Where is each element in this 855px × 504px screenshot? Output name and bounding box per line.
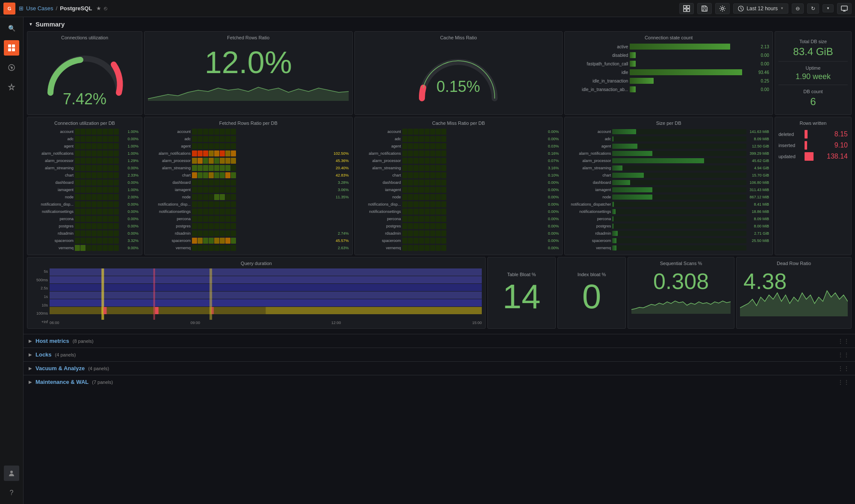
heatmap-row: chart 15.70 GiB <box>568 172 769 179</box>
heatmap-cells <box>75 136 119 142</box>
heatmap-cell <box>436 180 441 186</box>
breadcrumb-apps[interactable]: ⊞ <box>19 5 24 12</box>
heatmap-cell <box>419 216 424 222</box>
heatmap-cell <box>220 223 225 229</box>
heatmap-cell <box>441 129 446 135</box>
maintenance-label: Maintenance & WAL <box>35 379 88 385</box>
heatmap-cell <box>97 238 102 244</box>
refresh-button[interactable]: ↻ <box>807 3 819 14</box>
star-icon[interactable]: ★ <box>96 5 101 12</box>
heatmap-cell <box>192 223 197 229</box>
heatmap-cell <box>80 209 86 215</box>
heatmap-row: dashboard 0.00% <box>31 179 139 186</box>
heatmap-row: alarm_processor 45.36% <box>148 157 349 164</box>
heatmap-val: 2.74% <box>327 231 349 236</box>
heatmap-cell <box>198 165 203 171</box>
connections-value: 7.42% <box>63 90 106 108</box>
zoom-out-button[interactable]: ⊖ <box>792 3 804 14</box>
add-panel-button[interactable] <box>679 3 694 14</box>
heatmap-row: spaceroom 25.50 MiB <box>568 237 769 244</box>
sidebar-item-search[interactable]: 🔍 <box>4 21 19 36</box>
heatmap-cells <box>75 216 119 222</box>
heatmap-cells <box>402 201 537 207</box>
heatmap-cell <box>192 187 197 193</box>
heatmap-val: 15.70 GiB <box>748 173 769 177</box>
heatmap-val: 0.00% <box>120 166 139 170</box>
maintenance-wal-section[interactable]: ▶ Maintenance & WAL (7 panels) ⋮⋮ <box>24 375 855 389</box>
fetched-per-db-title: Fetched Rows Ratio per DB <box>148 121 349 126</box>
heatmap-cell <box>86 165 91 171</box>
heatmap-cell <box>225 165 230 171</box>
heatmap-row: alarm_streaming 0.00% <box>31 165 139 171</box>
heatmap-cell <box>408 201 413 207</box>
vacuum-analyze-section[interactable]: ▶ Vacuum & Analyze (4 panels) ⋮⋮ <box>24 361 855 375</box>
uptime-label: Uptime <box>778 65 848 71</box>
sidebar-item-user[interactable] <box>4 466 19 481</box>
heatmap-label: vernemq <box>568 246 611 250</box>
chevron-down-button[interactable]: ▼ <box>823 4 834 12</box>
heatmap-cells <box>402 209 537 215</box>
heatmap-row: spaceroom 45.57% <box>148 237 349 244</box>
fetched-per-db-panel: Fetched Rows Ratio per DB account adc ag… <box>144 117 353 255</box>
table-bloat-value: 14 <box>503 280 541 314</box>
heatmap-row: iamagent 3.06% <box>148 186 349 193</box>
tv-mode-button[interactable] <box>837 3 852 14</box>
sidebar-item-dashboards[interactable] <box>4 40 19 56</box>
heatmap-row: percona <box>148 215 349 222</box>
heatmap-cells <box>402 216 537 222</box>
heatmap-row: node 0.00% <box>358 194 559 200</box>
heatmap-cell <box>86 150 91 156</box>
fetched-sparkline <box>148 80 349 101</box>
save-button[interactable] <box>697 3 712 14</box>
grafana-logo[interactable]: G <box>3 3 15 15</box>
state-label: idle_in_transaction <box>568 79 628 83</box>
heatmap-cell <box>430 129 435 135</box>
state-bar-fill <box>630 69 742 75</box>
heatmap-cell <box>86 201 91 207</box>
heatmap-cell <box>198 187 203 193</box>
settings-button[interactable] <box>715 3 730 14</box>
heatmap-label: vernemq <box>31 246 74 250</box>
heatmap-val: 2.71 GiB <box>748 231 769 236</box>
share-icon[interactable]: ⎋ <box>104 5 107 12</box>
heatmap-label: notifications_dispatcher <box>568 202 611 206</box>
heatmap-label: notifications_disp... <box>31 202 74 206</box>
heatmap-cell <box>97 180 102 186</box>
breadcrumb-use-cases[interactable]: Use Cases <box>26 5 53 12</box>
heatmap-row: notificationsettings 0.00% <box>31 208 139 215</box>
heatmap-label: alarm_streaming <box>148 166 191 170</box>
heatmap-cells <box>402 129 537 135</box>
heatmap-cells <box>192 158 326 164</box>
heatmap-cell <box>436 230 441 236</box>
heatmap-cell <box>408 216 413 222</box>
time-range-picker[interactable]: Last 12 hours ▼ <box>733 3 788 14</box>
heatmap-cell <box>198 209 203 215</box>
host-metrics-section[interactable]: ▶ Host metrics (8 panels) ⋮⋮ <box>24 334 855 348</box>
heatmap-row: iamagent 1.00% <box>31 186 139 193</box>
heatmap-cell <box>75 143 80 149</box>
heatmap-row: rdsadmin 2.74% <box>148 230 349 237</box>
sidebar-item-help[interactable]: ? <box>4 485 19 501</box>
heatmap-val: 0.00% <box>537 137 559 141</box>
heatmap-cell <box>103 187 108 193</box>
heatmap-cell <box>203 158 208 164</box>
total-db-item: Total DB size 83.4 GiB <box>778 35 848 62</box>
breadcrumb-postgresql[interactable]: PostgreSQL <box>60 5 92 12</box>
row3: Query duration 5s 500ms 2.5s 1s 10s 100m… <box>27 257 852 329</box>
locks-section[interactable]: ▶ Locks (4 panels) ⋮⋮ <box>24 348 855 361</box>
heatmap-cell <box>419 165 424 171</box>
heatmap-cell <box>192 143 197 149</box>
heatmap-cell <box>419 238 424 244</box>
heatmap-label: node <box>31 195 74 199</box>
summary-section-header[interactable]: ▼ Summary <box>24 17 855 31</box>
sidebar-item-alerting[interactable] <box>4 80 19 95</box>
heatmap-val: 1.00% <box>120 151 139 156</box>
heatmap-label: account <box>358 130 401 134</box>
sidebar-item-explore[interactable] <box>4 60 19 75</box>
heatmap-cell <box>75 223 80 229</box>
state-bar-area <box>630 52 748 58</box>
heatmap-cells <box>402 238 537 244</box>
heatmap-cell <box>91 223 97 229</box>
heatmap-val: 8.41 MiB <box>748 202 769 206</box>
heatmap-cell <box>97 194 102 200</box>
